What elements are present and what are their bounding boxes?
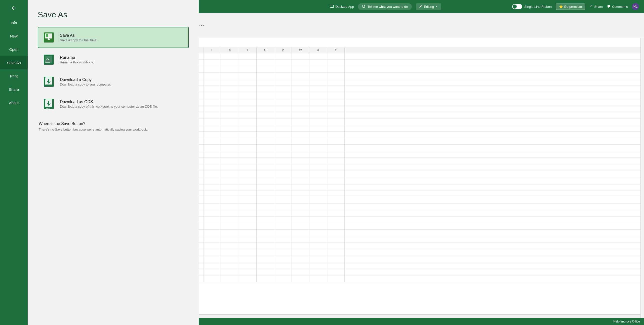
cell-W[interactable] xyxy=(292,151,309,158)
cell-X[interactable] xyxy=(309,223,327,230)
cell-S[interactable] xyxy=(221,190,239,197)
cell-S[interactable] xyxy=(221,256,239,262)
cell-U[interactable] xyxy=(257,230,274,236)
cell-W[interactable] xyxy=(292,73,309,79)
cell-S[interactable] xyxy=(221,184,239,190)
option-save-as[interactable]: Save As Save a copy to OneDrive. xyxy=(38,27,189,48)
cell-U[interactable] xyxy=(257,164,274,171)
cell-R[interactable] xyxy=(204,60,221,66)
cell-R[interactable] xyxy=(204,92,221,99)
col-header-Y[interactable]: Y xyxy=(327,47,345,53)
cell-Y[interactable] xyxy=(327,236,345,243)
cell-X[interactable] xyxy=(309,73,327,79)
cell-X[interactable] xyxy=(309,158,327,164)
cell-V[interactable] xyxy=(274,132,292,138)
cell-V[interactable] xyxy=(274,86,292,92)
cell-T[interactable] xyxy=(239,66,257,73)
cell-S[interactable] xyxy=(221,138,239,145)
cell-Y[interactable] xyxy=(327,66,345,73)
cell-Y[interactable] xyxy=(327,138,345,145)
col-header-R[interactable]: R xyxy=(204,47,221,53)
cell-Y[interactable] xyxy=(327,184,345,190)
cell-U[interactable] xyxy=(257,243,274,249)
cell-U[interactable] xyxy=(257,125,274,132)
cell-V[interactable] xyxy=(274,262,292,269)
cell-S[interactable] xyxy=(221,177,239,184)
cell-T[interactable] xyxy=(239,275,257,282)
cell-T[interactable] xyxy=(239,249,257,256)
cell-R[interactable] xyxy=(204,73,221,79)
share-btn[interactable]: Share xyxy=(589,5,603,9)
cell-Y[interactable] xyxy=(327,73,345,79)
cell-Y[interactable] xyxy=(327,92,345,99)
cell-S[interactable] xyxy=(221,112,239,118)
cell-Y[interactable] xyxy=(327,275,345,282)
cell-R[interactable] xyxy=(204,262,221,269)
cell-W[interactable] xyxy=(292,66,309,73)
cell-S[interactable] xyxy=(221,275,239,282)
cell-R[interactable] xyxy=(204,204,221,210)
cell-X[interactable] xyxy=(309,112,327,118)
cell-S[interactable] xyxy=(221,145,239,151)
cell-U[interactable] xyxy=(257,145,274,151)
cell-U[interactable] xyxy=(257,86,274,92)
cell-U[interactable] xyxy=(257,66,274,73)
cell-W[interactable] xyxy=(292,145,309,151)
cell-U[interactable] xyxy=(257,138,274,145)
cell-Y[interactable] xyxy=(327,269,345,275)
cell-Y[interactable] xyxy=(327,132,345,138)
cell-R[interactable] xyxy=(204,164,221,171)
cell-X[interactable] xyxy=(309,138,327,145)
cell-V[interactable] xyxy=(274,118,292,125)
cell-W[interactable] xyxy=(292,197,309,204)
cell-Y[interactable] xyxy=(327,204,345,210)
go-premium-button[interactable]: ⭐ Go premium xyxy=(556,4,585,10)
cell-W[interactable] xyxy=(292,223,309,230)
col-header-X[interactable]: X xyxy=(309,47,327,53)
cell-Y[interactable] xyxy=(327,256,345,262)
cell-T[interactable] xyxy=(239,223,257,230)
cell-X[interactable] xyxy=(309,217,327,223)
cell-U[interactable] xyxy=(257,151,274,158)
cell-Y[interactable] xyxy=(327,60,345,66)
cell-V[interactable] xyxy=(274,190,292,197)
cell-V[interactable] xyxy=(274,66,292,73)
cell-X[interactable] xyxy=(309,204,327,210)
cell-U[interactable] xyxy=(257,269,274,275)
cell-S[interactable] xyxy=(221,164,239,171)
cell-Y[interactable] xyxy=(327,171,345,177)
cell-X[interactable] xyxy=(309,210,327,217)
cell-X[interactable] xyxy=(309,151,327,158)
user-avatar[interactable]: HL xyxy=(632,3,639,10)
cell-T[interactable] xyxy=(239,53,257,60)
col-header-S[interactable]: S xyxy=(221,47,239,53)
cell-R[interactable] xyxy=(204,105,221,112)
cell-S[interactable] xyxy=(221,118,239,125)
cell-Y[interactable] xyxy=(327,217,345,223)
cell-V[interactable] xyxy=(274,217,292,223)
cell-S[interactable] xyxy=(221,53,239,60)
cell-U[interactable] xyxy=(257,99,274,105)
cell-Y[interactable] xyxy=(327,158,345,164)
cell-R[interactable] xyxy=(204,249,221,256)
cell-S[interactable] xyxy=(221,236,239,243)
cell-W[interactable] xyxy=(292,204,309,210)
cell-V[interactable] xyxy=(274,269,292,275)
cell-W[interactable] xyxy=(292,269,309,275)
cell-X[interactable] xyxy=(309,86,327,92)
cell-Y[interactable] xyxy=(327,243,345,249)
cell-T[interactable] xyxy=(239,118,257,125)
cell-V[interactable] xyxy=(274,125,292,132)
cell-W[interactable] xyxy=(292,112,309,118)
cell-W[interactable] xyxy=(292,262,309,269)
cell-V[interactable] xyxy=(274,145,292,151)
cell-W[interactable] xyxy=(292,230,309,236)
cell-R[interactable] xyxy=(204,66,221,73)
col-header-T[interactable]: T xyxy=(239,47,257,53)
cell-R[interactable] xyxy=(204,256,221,262)
cell-W[interactable] xyxy=(292,249,309,256)
cell-R[interactable] xyxy=(204,118,221,125)
cell-R[interactable] xyxy=(204,86,221,92)
cell-V[interactable] xyxy=(274,184,292,190)
cell-V[interactable] xyxy=(274,53,292,60)
